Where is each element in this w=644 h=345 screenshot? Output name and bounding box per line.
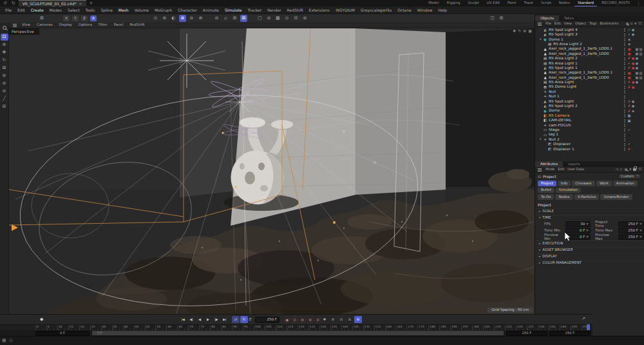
object-row[interactable]: ◭ RS Spot Light 3 ✓ ◉ xyxy=(535,32,644,37)
enable-toggle-icon[interactable]: ▣ xyxy=(627,119,631,123)
viewport-menu-item[interactable]: View xyxy=(19,23,33,27)
object-row[interactable]: ▲ Axel_rock_jagged_1_3arfb_LOD0.1 ● ● ▣ … xyxy=(535,71,644,75)
visibility-dots-icon[interactable] xyxy=(623,95,626,99)
panel-toggle-icon[interactable]: ⊞ xyxy=(498,15,505,22)
object-row[interactable]: + Null xyxy=(535,90,644,94)
menu-item[interactable]: RedShift xyxy=(285,8,306,12)
viewport-menu-item[interactable]: Panel xyxy=(111,23,126,27)
toolbar-icon[interactable]: ⊙ xyxy=(283,15,290,22)
field-input[interactable]: 250 F xyxy=(618,228,644,234)
object-tag-icon[interactable]: ▨ xyxy=(639,52,643,55)
enable-toggle-icon[interactable]: ✓ xyxy=(627,143,631,146)
object-tag-icon[interactable]: ◉ xyxy=(635,81,639,84)
object-tag-icon[interactable]: ◉ xyxy=(631,33,635,36)
transport-button[interactable]: ▶ xyxy=(204,316,212,323)
attribute-tab-chip[interactable]: Bullet xyxy=(538,188,554,193)
object-row[interactable]: ◭ RS Spot Light ✗ ◉ xyxy=(535,99,644,104)
axis-lock-button[interactable]: X xyxy=(63,15,70,21)
viewport-menu-item[interactable]: RedShift xyxy=(128,23,147,27)
viewport-label[interactable]: Perspective xyxy=(9,28,39,35)
section-header-time[interactable]: ▾ TIME xyxy=(535,215,644,221)
menu-item[interactable]: Octane xyxy=(395,8,414,12)
record-icon[interactable]: ⊙ xyxy=(291,316,298,323)
object-row[interactable]: ◓ RS Dome Light ✗ ● xyxy=(535,85,644,90)
object-tag-icon[interactable]: ◉ xyxy=(635,66,639,70)
close-tab-icon[interactable]: × xyxy=(79,2,82,6)
tool-icon[interactable]: ⊠ xyxy=(1,64,8,72)
visibility-dots-icon[interactable] xyxy=(623,81,626,84)
object-row[interactable]: ▭ Stage ✓ xyxy=(535,128,644,132)
visibility-dots-icon[interactable] xyxy=(623,52,626,55)
undo-icon[interactable]: ↺ xyxy=(2,1,8,6)
tool-icon[interactable]: ✚ xyxy=(1,49,8,56)
transport-button[interactable]: |◀ xyxy=(179,316,187,323)
panel-toggle-icon[interactable]: ◫ xyxy=(489,15,496,22)
attributes-tab[interactable]: Layers xyxy=(563,161,585,168)
visibility-dots-icon[interactable] xyxy=(623,133,626,137)
visibility-dots-icon[interactable] xyxy=(623,66,626,70)
layout-tab[interactable]: Rigging xyxy=(444,0,464,6)
visibility-dots-icon[interactable] xyxy=(623,124,626,127)
tool-icon[interactable]: ⊞ xyxy=(1,103,8,110)
object-row[interactable]: ▤ RS Area Light 2 ✗ ● ◉ xyxy=(535,56,644,61)
menu-item[interactable]: Edit xyxy=(15,8,28,12)
render-icon[interactable]: ◐ xyxy=(170,15,177,22)
enable-toggle-icon[interactable]: ♟ xyxy=(627,133,631,137)
history-forward-icon[interactable]: ▷ xyxy=(620,168,623,172)
visibility-dots-icon[interactable] xyxy=(623,119,626,123)
visibility-dots-icon[interactable] xyxy=(623,100,626,103)
menu-item[interactable]: Create xyxy=(28,8,46,12)
timeline-ruler[interactable]: 0510152025303540455055606570758085909510… xyxy=(0,324,592,330)
object-row[interactable]: ▤ RS Area Light ✗ ● ◉ xyxy=(535,80,644,84)
viewport-nav-icon[interactable]: ↻ xyxy=(518,29,521,33)
layout-tab[interactable]: Paint xyxy=(504,0,520,6)
object-row[interactable]: ◩ Displacer ✓ xyxy=(535,142,644,146)
object-row[interactable]: ▤ RS Area Light 1 ✓ ● ◉ xyxy=(535,61,644,66)
menu-item[interactable]: Mesh xyxy=(116,8,131,12)
playhead-marker[interactable] xyxy=(587,324,590,330)
attribute-tab-chip[interactable]: Project xyxy=(538,181,556,186)
menu-item[interactable]: Render xyxy=(265,8,283,12)
tool-icon[interactable]: ╱ xyxy=(1,95,8,103)
axis-lock-button[interactable]: A xyxy=(90,15,97,21)
object-row[interactable]: ▭ tag 1 ♟ xyxy=(535,133,644,137)
layout-tab[interactable]: Model xyxy=(425,0,442,6)
status-icon[interactable]: ▦ xyxy=(2,339,6,343)
attribute-tab-chip[interactable]: Nodes xyxy=(555,194,573,200)
visibility-dots-icon[interactable] xyxy=(623,28,626,32)
preset-dropdown[interactable]: Custom ▾ xyxy=(618,173,641,180)
enable-toggle-icon[interactable]: ▪ xyxy=(627,38,631,41)
timeline-scrollbar[interactable]: 0 F xyxy=(92,331,504,335)
objects-menu-item[interactable]: Bookmarks xyxy=(598,22,620,25)
sound-icon[interactable]: ♬ xyxy=(246,316,254,323)
enable-toggle-icon[interactable]: ▪ xyxy=(627,43,631,46)
enable-toggle-icon[interactable]: ✓ xyxy=(627,128,631,132)
object-row[interactable]: ◭ RS Spot Light 2 ✗ ◉ xyxy=(535,104,644,108)
visibility-dots-icon[interactable] xyxy=(623,76,626,79)
transport-button[interactable]: ▶| xyxy=(221,316,229,323)
object-tag-icon[interactable]: ▨ xyxy=(639,48,643,51)
object-row[interactable]: ▲ Axel_rock_jagged_1_3arfb_LOD0.1 ● ● ▣ … xyxy=(535,47,644,52)
menu-item[interactable]: Volume xyxy=(132,8,151,12)
redo-icon[interactable]: ↻ xyxy=(10,1,17,6)
record-icon[interactable]: ⊛ xyxy=(299,316,306,323)
object-tag-icon[interactable]: ▪ xyxy=(631,110,635,113)
layout-tab[interactable]: RECORD_ASSTS xyxy=(598,0,633,6)
tool-icon[interactable]: ⊕ xyxy=(1,41,8,48)
keyframe-diamond-icon[interactable]: ◆ xyxy=(40,317,43,322)
tool-icon[interactable]: ↻ xyxy=(1,57,8,64)
tool-icon[interactable]: ⊛ xyxy=(1,72,8,79)
layout-tab[interactable]: Sculpt xyxy=(465,0,482,6)
tool-icon[interactable]: ⊡ xyxy=(1,34,8,41)
visibility-dots-icon[interactable] xyxy=(623,48,626,51)
viewport-menu-item[interactable]: Display xyxy=(57,23,75,27)
attributes-menu-item[interactable]: Mode xyxy=(544,168,556,171)
objects-menu-item[interactable]: Edit xyxy=(553,22,562,25)
filter-icon[interactable]: ▼ xyxy=(629,168,631,171)
objects-menu-icon[interactable] xyxy=(538,23,542,26)
object-tag-icon[interactable]: ◉ xyxy=(631,100,635,103)
loop-mode-icon[interactable]: ⇄ xyxy=(232,316,240,323)
tool-icon[interactable]: ⊚ xyxy=(1,80,8,87)
menu-item[interactable]: File xyxy=(3,8,14,12)
object-tag-icon[interactable]: ◉ xyxy=(635,62,639,65)
